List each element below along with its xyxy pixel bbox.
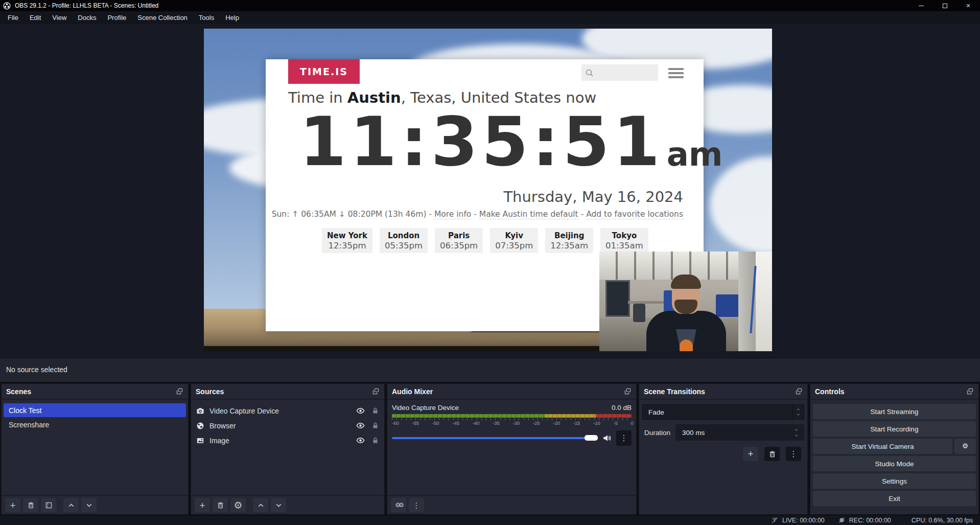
menu-scene-collection[interactable]: Scene Collection xyxy=(132,12,193,23)
record-inactive-icon xyxy=(838,516,846,524)
scenes-header: Scenes xyxy=(2,384,188,400)
webcam-window xyxy=(756,252,772,351)
lock-icon[interactable] xyxy=(371,437,379,444)
chevron-up-icon xyxy=(796,407,801,412)
source-status-row: No source selected ⚙ Properties Filters xyxy=(0,358,980,382)
chevron-down-icon xyxy=(85,501,93,509)
city-box: Kyiv07:35pm xyxy=(490,228,538,253)
video-canvas[interactable]: TIME.IS Time in Austin, Texas, United St… xyxy=(204,29,772,351)
add-scene-button[interactable]: + xyxy=(5,498,20,512)
trash-icon xyxy=(768,450,776,458)
menu-help[interactable]: Help xyxy=(220,12,245,23)
volume-slider-row: ⋮ xyxy=(392,430,632,446)
scene-item-screenshare[interactable]: Screenshare xyxy=(4,418,186,431)
close-button[interactable]: × xyxy=(956,0,980,11)
image-icon xyxy=(196,437,204,445)
menu-tools[interactable]: Tools xyxy=(193,12,220,23)
camera-icon xyxy=(196,407,204,415)
speaker-icon[interactable] xyxy=(602,433,612,443)
favorite-link: Add to favorite locations xyxy=(586,210,683,219)
transition-options-button[interactable]: ⋮ xyxy=(786,447,801,461)
popout-icon[interactable] xyxy=(624,387,632,395)
source-properties-button[interactable]: ⚙ xyxy=(230,498,246,512)
duration-label: Duration xyxy=(644,429,670,437)
studio-mode-button[interactable]: Studio Mode xyxy=(813,456,976,471)
popout-icon[interactable] xyxy=(795,387,803,395)
visibility-eye-icon[interactable] xyxy=(356,436,365,445)
clock-digits: 11:35:51 xyxy=(299,102,664,182)
scene-up-button[interactable] xyxy=(63,498,79,512)
minimize-button[interactable] xyxy=(909,0,933,11)
audio-mixer-panel: Audio Mixer Video Capture Device 0.0 dB … xyxy=(387,383,637,515)
duration-spinner[interactable] xyxy=(794,428,799,438)
advanced-audio-button[interactable]: ⚙⚙ xyxy=(391,498,406,512)
trash-icon xyxy=(27,501,35,509)
scene-down-button[interactable] xyxy=(81,498,97,512)
visibility-eye-icon[interactable] xyxy=(356,421,365,430)
rec-status: REC: 00:00:00 xyxy=(838,516,891,524)
city-box: New York12:35pm xyxy=(322,228,372,253)
webcam-shirt-logo xyxy=(680,339,693,351)
duration-spinbox[interactable]: 300 ms xyxy=(675,424,804,441)
meter-scale: -60-55-50-45-40-35-30-25-20-15-10-50 xyxy=(392,420,634,426)
trash-icon xyxy=(217,501,224,509)
scene-transitions-header: Scene Transitions xyxy=(639,384,807,400)
mixer-menu-button[interactable]: ⋮ xyxy=(409,498,424,512)
world-cities-row: New York12:35pm London05:35pm Paris06:35… xyxy=(322,228,648,253)
add-transition-button[interactable]: + xyxy=(743,447,758,461)
volume-slider[interactable] xyxy=(392,437,598,439)
start-streaming-button[interactable]: Start Streaming xyxy=(813,404,976,419)
menu-profile[interactable]: Profile xyxy=(102,12,132,23)
sources-header: Sources xyxy=(191,384,384,400)
exit-button[interactable]: Exit xyxy=(813,491,976,506)
mixer-source-name: Video Capture Device xyxy=(392,404,459,412)
city-box: Paris06:35pm xyxy=(435,228,483,253)
add-source-button[interactable]: + xyxy=(195,498,210,512)
transition-select[interactable]: Fade xyxy=(642,404,804,420)
visibility-eye-icon[interactable] xyxy=(356,406,365,415)
source-row-image[interactable]: Image xyxy=(191,433,384,448)
mixer-options-button[interactable]: ⋮ xyxy=(616,430,632,446)
virtual-camera-config-button[interactable]: ⚙ xyxy=(954,439,976,454)
scene-filters-button[interactable] xyxy=(41,498,56,512)
chevron-up-icon xyxy=(257,501,265,509)
scenes-toolbar: + xyxy=(2,495,188,514)
source-up-button[interactable] xyxy=(253,498,268,512)
scene-item-clock-test[interactable]: Clock Test xyxy=(4,403,186,417)
popout-icon[interactable] xyxy=(372,387,380,395)
remove-transition-button[interactable] xyxy=(764,447,780,461)
mixer-source-row: Video Capture Device 0.0 dB xyxy=(387,400,636,413)
city-box: London05:35pm xyxy=(380,228,428,253)
menu-file[interactable]: File xyxy=(2,12,24,23)
transition-buttons: + ⋮ xyxy=(645,447,801,461)
menu-view[interactable]: View xyxy=(46,12,72,23)
source-down-button[interactable] xyxy=(271,498,286,512)
source-row-browser[interactable]: Browser xyxy=(191,418,384,433)
search-icon xyxy=(585,69,594,77)
live-status: LIVE: 00:00:00 xyxy=(771,516,825,524)
lock-icon[interactable] xyxy=(371,422,379,429)
remove-scene-button[interactable] xyxy=(23,498,38,512)
volume-slider-handle[interactable] xyxy=(585,435,598,441)
menu-edit[interactable]: Edit xyxy=(24,12,46,23)
cpu-status: CPU: 0.6%, 30.00 fps xyxy=(912,517,973,524)
window-titlebar: OBS 29.1.2 - Profile: LLHLS BETA - Scene… xyxy=(0,0,980,11)
menu-docks[interactable]: Docks xyxy=(72,12,102,23)
remove-source-button[interactable] xyxy=(213,498,228,512)
settings-button[interactable]: Settings xyxy=(813,473,976,489)
status-bar: LIVE: 00:00:00 REC: 00:00:00 CPU: 0.6%, … xyxy=(0,515,980,525)
popout-icon[interactable] xyxy=(966,387,974,395)
transition-select-spinner[interactable] xyxy=(792,405,804,419)
source-row-video-capture[interactable]: Video Capture Device xyxy=(191,403,384,418)
audio-mixer-header: Audio Mixer xyxy=(387,384,636,400)
start-virtual-camera-button[interactable]: Start Virtual Camera xyxy=(813,439,952,454)
popout-icon[interactable] xyxy=(176,387,183,395)
lock-icon[interactable] xyxy=(371,407,379,415)
preview-area: TIME.IS Time in Austin, Texas, United St… xyxy=(0,24,980,358)
maximize-button[interactable] xyxy=(933,0,956,11)
webcam-door xyxy=(605,280,630,317)
controls-header: Controls xyxy=(810,384,978,400)
start-recording-button[interactable]: Start Recording xyxy=(813,421,976,437)
timeis-date: Thursday, May 16, 2024 xyxy=(503,188,683,206)
clock-meridiem: am xyxy=(667,138,723,171)
